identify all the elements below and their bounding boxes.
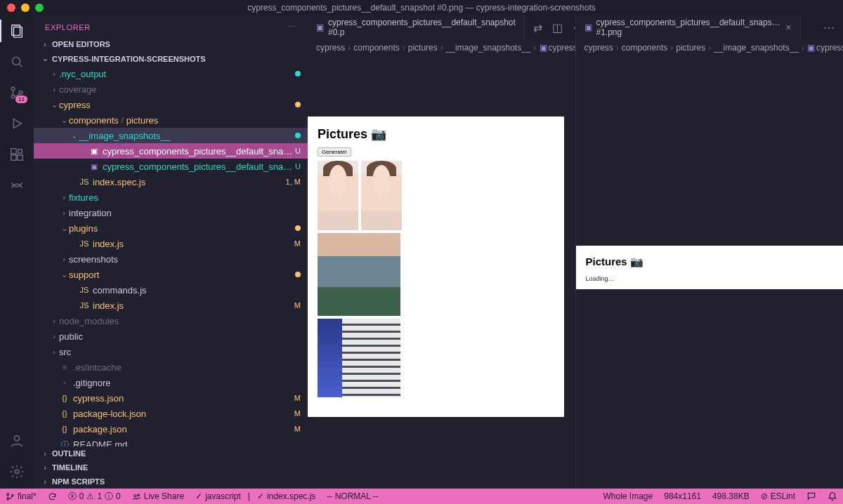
source-control-icon[interactable]: 11 bbox=[8, 84, 25, 101]
tree-item[interactable]: ›.nyc_output bbox=[34, 66, 308, 81]
gear-icon[interactable] bbox=[8, 463, 25, 480]
tree-item[interactable]: {}cypress.jsonM bbox=[34, 390, 308, 406]
tree-item[interactable]: {}package.jsonM bbox=[34, 421, 308, 437]
tree-item-label: cypress bbox=[59, 100, 295, 110]
generate-button: Generate! bbox=[318, 147, 351, 157]
tree-item[interactable]: {}package-lock.jsonM bbox=[34, 406, 308, 421]
tree-item-label: __image_snapshots__ bbox=[79, 131, 295, 141]
tree-item[interactable]: ◦.gitignore bbox=[34, 375, 308, 390]
feedback-icon[interactable] bbox=[801, 491, 822, 501]
tree-item-label: screenshots bbox=[69, 254, 301, 265]
extensions-icon[interactable] bbox=[8, 146, 25, 163]
tree-item[interactable]: ›node_modules bbox=[34, 313, 308, 329]
more-icon[interactable]: ⋯ bbox=[288, 22, 296, 32]
tree-item[interactable]: ›src bbox=[34, 344, 308, 359]
whole-image[interactable]: Whole Image bbox=[598, 491, 659, 501]
tree-item-label: public bbox=[59, 331, 301, 342]
bell-icon[interactable] bbox=[822, 491, 843, 501]
tree-item[interactable]: ›public bbox=[34, 329, 308, 344]
tab-snapshot-1[interactable]: ▣ cypress_components_pictures__default_s… bbox=[576, 15, 801, 39]
tab-snapshot-0[interactable]: ▣ cypress_components_pictures__default_s… bbox=[308, 15, 525, 39]
breadcrumbs-right[interactable]: cypress› components› pictures› __image_s… bbox=[576, 39, 844, 56]
more-icon[interactable]: ⋯ bbox=[823, 21, 835, 34]
preview-title: Pictures 📷 bbox=[318, 126, 554, 142]
tree-item[interactable]: ⌄cypress bbox=[34, 97, 308, 112]
image-preview-0[interactable]: Pictures 📷 Generate! bbox=[308, 117, 564, 417]
svg-rect-9 bbox=[11, 155, 16, 160]
split-editor-icon[interactable]: ◫ bbox=[552, 21, 563, 34]
file-icon: {} bbox=[59, 409, 70, 418]
git-branch[interactable]: final* bbox=[0, 489, 42, 504]
image-preview-1[interactable]: Pictures 📷 Loading… bbox=[576, 246, 844, 289]
git-status: M bbox=[294, 301, 301, 310]
tree-item-label: package.json bbox=[73, 424, 294, 435]
eslint-status[interactable]: ⊘ ESLint bbox=[755, 491, 801, 501]
remote-icon[interactable] bbox=[8, 177, 25, 194]
tree-item-label: plugins bbox=[69, 223, 295, 234]
search-icon[interactable] bbox=[8, 53, 25, 70]
tree-item[interactable]: JSindex.jsM bbox=[34, 298, 308, 313]
tree-item[interactable]: ▣cypress_components_pictures__default_sn… bbox=[34, 159, 308, 174]
image-icon: ▣ bbox=[316, 22, 324, 32]
tree-item-label: index.js bbox=[93, 239, 294, 249]
tree-item[interactable]: JSindex.spec.js1, M bbox=[34, 174, 308, 190]
image-size: 498.38KB bbox=[707, 491, 755, 501]
vim-mode: -- NORMAL -- bbox=[321, 489, 384, 504]
tree-item[interactable]: ›integration bbox=[34, 205, 308, 220]
compare-icon[interactable]: ⇄ bbox=[533, 21, 542, 34]
preview-title: Pictures 📷 bbox=[586, 256, 834, 268]
timeline-section[interactable]: ›TIMELINE bbox=[34, 460, 308, 475]
svg-rect-11 bbox=[18, 150, 22, 154]
git-status: M bbox=[294, 239, 301, 248]
tree-item[interactable]: ≡.eslintcache bbox=[34, 359, 308, 375]
tree-item[interactable]: ⌄__image_snapshots__ bbox=[34, 128, 308, 143]
tree-item-label: fixtures bbox=[69, 192, 301, 203]
tree-item-label: cypress.json bbox=[73, 393, 294, 404]
tree-item-label: support bbox=[69, 270, 295, 280]
file-check[interactable]: ✓ index.spec.js bbox=[251, 489, 321, 504]
git-status: M bbox=[294, 409, 301, 418]
tree-item-label: cypress_components_pictures__default_sna… bbox=[103, 161, 295, 172]
svg-line-3 bbox=[19, 64, 22, 67]
file-icon: ▣ bbox=[89, 147, 100, 156]
tree-item[interactable]: ⌄support bbox=[34, 267, 308, 282]
language-check[interactable]: ✓ javascript bbox=[190, 489, 247, 504]
tree-item[interactable]: JScommands.js bbox=[34, 282, 308, 298]
tree-item[interactable]: ⌄plugins bbox=[34, 220, 308, 236]
svg-point-12 bbox=[14, 436, 19, 441]
svg-point-6 bbox=[19, 91, 22, 95]
npm-scripts-section[interactable]: ›NPM SCRIPTS bbox=[34, 475, 308, 489]
explorer-sidebar: EXPLORER ⋯ ›OPEN EDITORS ⌄CYPRESS-INTEGR… bbox=[34, 15, 308, 489]
open-editors-section[interactable]: ›OPEN EDITORS bbox=[34, 37, 308, 51]
tree-item[interactable]: ›fixtures bbox=[34, 190, 308, 205]
svg-point-5 bbox=[11, 95, 15, 98]
tree-item[interactable]: ›coverage bbox=[34, 81, 308, 97]
editor-pane-right: ▣ cypress_components_pictures__default_s… bbox=[575, 15, 844, 489]
git-status-dot bbox=[295, 69, 301, 78]
tree-item-label: .eslintcache bbox=[73, 362, 301, 373]
account-icon[interactable] bbox=[8, 432, 25, 449]
tree-item-label: README.md bbox=[73, 439, 301, 447]
close-icon[interactable]: × bbox=[785, 22, 791, 33]
run-debug-icon[interactable] bbox=[8, 115, 25, 132]
tree-item[interactable]: ⌄components / pictures bbox=[34, 112, 308, 128]
breadcrumbs-left[interactable]: cypress› components› pictures› __image_s… bbox=[308, 39, 575, 56]
sync-button[interactable] bbox=[42, 489, 63, 504]
svg-marker-7 bbox=[13, 119, 21, 128]
file-icon: ◦ bbox=[59, 378, 70, 387]
svg-point-13 bbox=[15, 470, 19, 474]
live-share[interactable]: Live Share bbox=[126, 489, 190, 504]
tree-item[interactable]: JSindex.jsM bbox=[34, 236, 308, 251]
outline-section[interactable]: ›OUTLINE bbox=[34, 446, 308, 460]
problems[interactable]: ⓧ0 ⚠1 ⓘ0 bbox=[63, 489, 126, 504]
project-section[interactable]: ⌄CYPRESS-INTEGRATION-SCREENSHOTS bbox=[34, 51, 308, 66]
tree-item[interactable]: ▣cypress_components_pictures__default_sn… bbox=[34, 143, 308, 159]
svg-point-16 bbox=[11, 494, 13, 496]
tree-item[interactable]: ⓘREADME.md bbox=[34, 437, 308, 446]
tree-item-label: package-lock.json bbox=[73, 409, 294, 419]
tree-item-label: .nyc_output bbox=[59, 69, 295, 79]
tree-item-label: components / pictures bbox=[69, 115, 301, 126]
git-status-dot bbox=[295, 131, 301, 140]
tree-item[interactable]: ›screenshots bbox=[34, 251, 308, 267]
explorer-icon[interactable] bbox=[8, 22, 25, 39]
